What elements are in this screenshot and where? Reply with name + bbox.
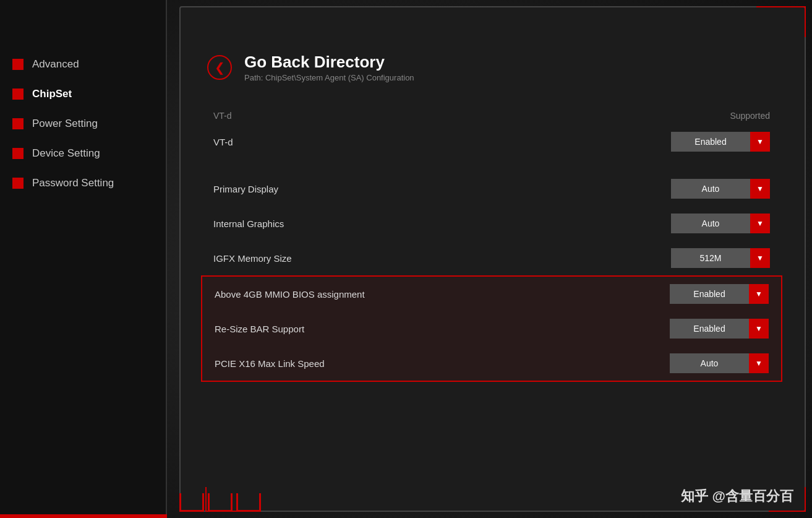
- back-arrow-icon: ❮: [215, 60, 225, 75]
- sidebar-item-chipset[interactable]: ChipSet: [0, 79, 166, 109]
- primary-display-row: Primary Display Auto ▼: [207, 171, 776, 206]
- resize-bar-arrow: ▼: [749, 319, 769, 339]
- igfx-memory-row: IGFX Memory Size 512M ▼: [207, 241, 776, 275]
- back-nav: ❮ Go Back Directory Path: ChipSet\System…: [207, 53, 776, 82]
- notch-2: [208, 493, 233, 512]
- settings-area: VT-d Supported VT-d Enabled ▼ Primary Di…: [207, 107, 776, 382]
- vt-d-dropdown-arrow: ▼: [750, 132, 770, 152]
- vt-d-label: VT-d: [213, 111, 232, 121]
- pcie-x16-row: PCIE X16 Max Link Speed Auto ▼: [208, 346, 775, 381]
- primary-display-dropdown[interactable]: Auto ▼: [671, 179, 770, 199]
- primary-display-arrow: ▼: [750, 179, 770, 199]
- corner-tr-decoration: [756, 6, 806, 37]
- igfx-memory-name: IGFX Memory Size: [213, 253, 292, 264]
- sidebar-label-password-setting: Password Setting: [32, 177, 114, 189]
- above-4gb-dropdown[interactable]: Enabled ▼: [670, 284, 769, 304]
- vt-d-name: VT-d: [213, 137, 233, 147]
- internal-graphics-row: Internal Graphics Auto ▼: [207, 206, 776, 241]
- igfx-memory-value: 512M: [671, 253, 750, 263]
- above-4gb-value: Enabled: [670, 289, 749, 299]
- above-4gb-name: Above 4GB MMIO BIOS assignment: [215, 289, 365, 300]
- sidebar-item-device-setting[interactable]: Device Setting: [0, 139, 166, 168]
- primary-display-name: Primary Display: [213, 184, 278, 194]
- bottom-notches: [179, 493, 261, 512]
- sidebar: AdvancedChipSetPower SettingDevice Setti…: [0, 0, 167, 518]
- pcie-x16-value: Auto: [670, 358, 749, 368]
- sidebar-bottom-accent: [0, 514, 167, 518]
- highlight-selection-box: Above 4GB MMIO BIOS assignment Enabled ▼…: [201, 275, 782, 382]
- pcie-x16-dropdown[interactable]: Auto ▼: [670, 353, 769, 373]
- resize-bar-dropdown[interactable]: Enabled ▼: [670, 319, 769, 339]
- sidebar-item-advanced[interactable]: Advanced: [0, 50, 166, 79]
- vt-d-value: Enabled: [671, 137, 750, 147]
- internal-graphics-name: Internal Graphics: [213, 218, 284, 229]
- resize-bar-row: Re-Size BAR Support Enabled ▼: [208, 311, 775, 346]
- sidebar-label-power-setting: Power Setting: [32, 118, 98, 130]
- primary-display-value: Auto: [671, 184, 750, 194]
- sidebar-item-power-setting[interactable]: Power Setting: [0, 109, 166, 139]
- notch-3: [236, 493, 261, 512]
- resize-bar-name: Re-Size BAR Support: [215, 324, 304, 334]
- vt-d-status: Supported: [730, 111, 770, 121]
- back-nav-info: Go Back Directory Path: ChipSet\System A…: [244, 53, 414, 82]
- back-title: Go Back Directory: [244, 53, 414, 72]
- main-content: ❮ Go Back Directory Path: ChipSet\System…: [182, 34, 801, 487]
- sidebar-label-chipset: ChipSet: [32, 88, 72, 100]
- divider-1: [207, 159, 776, 171]
- sidebar-dot-password-setting: [12, 178, 24, 189]
- notch-1: [179, 493, 204, 512]
- above-4gb-arrow: ▼: [749, 284, 769, 304]
- sidebar-dot-power-setting: [12, 118, 24, 129]
- sidebar-dot-advanced: [12, 59, 24, 70]
- sidebar-dot-device-setting: [12, 148, 24, 159]
- igfx-memory-dropdown[interactable]: 512M ▼: [671, 248, 770, 268]
- igfx-memory-arrow: ▼: [750, 248, 770, 268]
- internal-graphics-arrow: ▼: [750, 214, 770, 233]
- sidebar-label-advanced: Advanced: [32, 58, 79, 71]
- resize-bar-value: Enabled: [670, 324, 749, 334]
- back-button[interactable]: ❮: [207, 55, 232, 80]
- pcie-x16-name: PCIE X16 Max Link Speed: [215, 358, 325, 369]
- sidebar-label-device-setting: Device Setting: [32, 147, 100, 160]
- vt-d-label-row: VT-d Supported: [207, 107, 776, 124]
- sidebar-dot-chipset: [12, 88, 24, 100]
- internal-graphics-dropdown[interactable]: Auto ▼: [671, 214, 770, 233]
- vt-d-dropdown[interactable]: Enabled ▼: [671, 132, 770, 152]
- watermark: 知乎 @含量百分百: [681, 487, 793, 506]
- internal-graphics-value: Auto: [671, 218, 750, 228]
- vt-d-setting-row: VT-d Enabled ▼: [207, 124, 776, 159]
- pcie-x16-arrow: ▼: [749, 353, 769, 373]
- back-path: Path: ChipSet\System Agent (SA) Configur…: [244, 73, 414, 82]
- above-4gb-row: Above 4GB MMIO BIOS assignment Enabled ▼: [208, 277, 775, 311]
- sidebar-item-password-setting[interactable]: Password Setting: [0, 168, 166, 198]
